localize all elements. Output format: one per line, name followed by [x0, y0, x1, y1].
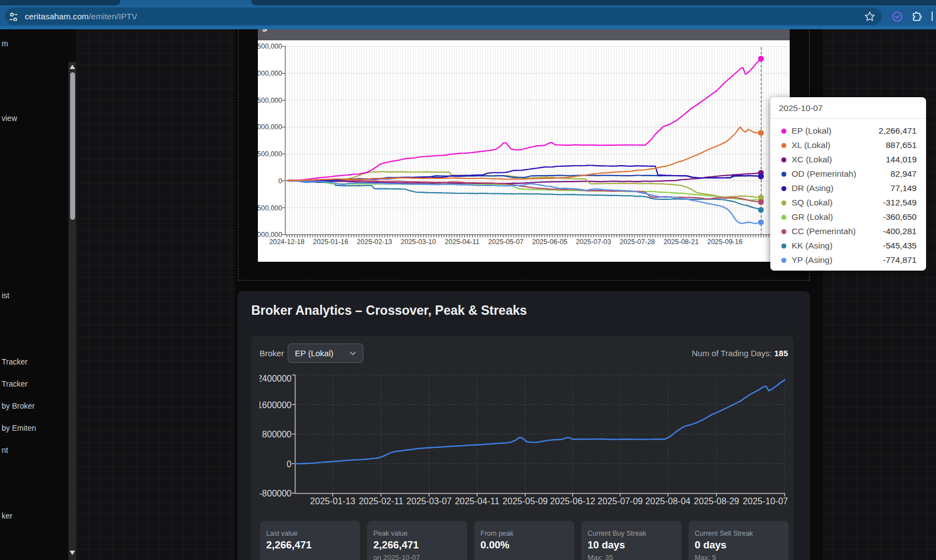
svg-text:1,500,000: 1,500,000 — [258, 96, 282, 104]
svg-text:2025-07-28: 2025-07-28 — [620, 238, 655, 246]
svg-text:0: 0 — [278, 177, 282, 184]
svg-text:2025-04-11: 2025-04-11 — [455, 496, 500, 506]
svg-text:2025-06-12: 2025-06-12 — [550, 496, 595, 506]
svg-text:2025-06-05: 2025-06-05 — [532, 238, 567, 246]
svg-text:2025-10-07: 2025-10-07 — [743, 496, 788, 506]
svg-text:2400000: 2400000 — [260, 374, 292, 383]
svg-text:2025-02-11: 2025-02-11 — [359, 496, 404, 506]
svg-text:0: 0 — [287, 459, 292, 469]
svg-text:2025-08-29: 2025-08-29 — [694, 496, 739, 506]
svg-text:-500,000: -500,000 — [258, 204, 282, 212]
svg-text:2025-04-11: 2025-04-11 — [445, 238, 479, 246]
svg-text:1600000: 1600000 — [260, 400, 292, 410]
svg-text:1,000,000: 1,000,000 — [258, 123, 282, 131]
svg-text:2025-07-09: 2025-07-09 — [597, 496, 643, 506]
svg-text:2025-01-13: 2025-01-13 — [310, 496, 356, 506]
svg-text:2025-08-04: 2025-08-04 — [646, 496, 691, 506]
svg-text:2025-03-07: 2025-03-07 — [406, 496, 452, 506]
svg-text:2025-05-07: 2025-05-07 — [488, 238, 523, 246]
svg-text:2,000,000: 2,000,000 — [258, 70, 282, 77]
svg-text:2025-05-09: 2025-05-09 — [503, 496, 548, 506]
svg-text:2025-08-21: 2025-08-21 — [663, 238, 699, 246]
svg-text:-800000: -800000 — [260, 489, 292, 498]
svg-text:2025-02-13: 2025-02-13 — [357, 238, 392, 246]
svg-text:2025-07-03: 2025-07-03 — [576, 238, 611, 246]
svg-text:2,500,000: 2,500,000 — [258, 43, 282, 50]
svg-text:2024-12-18: 2024-12-18 — [269, 238, 305, 246]
svg-text:800000: 800000 — [262, 430, 292, 439]
svg-text:500,000: 500,000 — [258, 150, 282, 158]
svg-text:2025-01-16: 2025-01-16 — [313, 238, 348, 246]
svg-text:2025-03-10: 2025-03-10 — [401, 238, 436, 246]
svg-text:2025-09-16: 2025-09-16 — [707, 238, 743, 246]
